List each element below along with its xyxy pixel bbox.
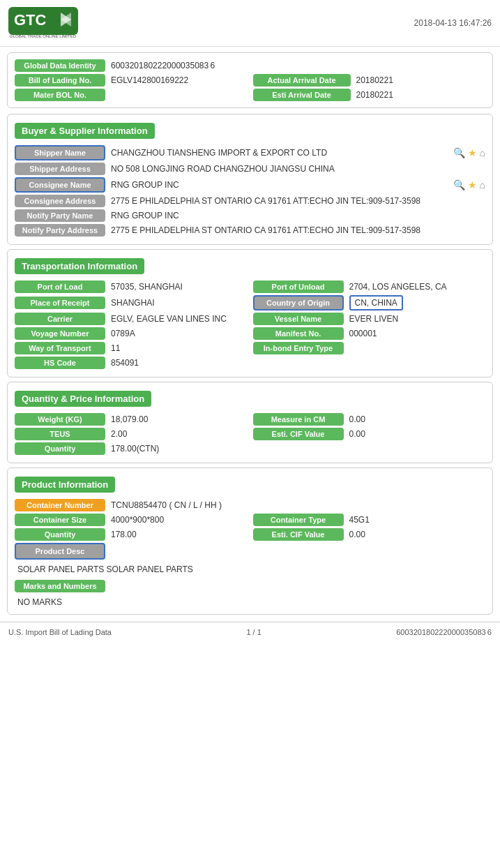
teus-label: TEUS bbox=[15, 428, 105, 440]
header: GTC GLOBAL TRADE ONLINE LIMITED 2018-04-… bbox=[0, 0, 500, 47]
product-info-title: Product Information bbox=[15, 477, 115, 493]
mater-bol-row: Mater BOL No. Esti Arrival Date 20180221 bbox=[15, 89, 485, 101]
quantity-price-section: Quantity & Price Information Weight (KG)… bbox=[7, 382, 493, 463]
vessel-name-value: EVER LIVEN bbox=[349, 314, 399, 324]
actual-arrival-label: Actual Arrival Date bbox=[253, 74, 351, 87]
hs-code-row: HS Code 854091 bbox=[15, 357, 485, 369]
container-size-value: 4000*900*800 bbox=[111, 515, 164, 525]
product-desc-row: Product Desc bbox=[15, 543, 485, 560]
consignee-star-icon[interactable]: ★ bbox=[468, 179, 477, 190]
vessel-name-label: Vessel Name bbox=[253, 313, 344, 325]
esti-cif-value: 0.00 bbox=[349, 429, 365, 439]
product-info-section: Product Information Container Number TCN… bbox=[7, 467, 493, 615]
top-info-card: Global Data Identity 6003201802220000350… bbox=[7, 52, 493, 108]
country-of-origin-value: CN, CHINA bbox=[349, 295, 403, 310]
container-size-pair: Container Size 4000*900*800 bbox=[15, 514, 248, 526]
voyage-label: Voyage Number bbox=[15, 327, 105, 340]
svg-text:GLOBAL TRADE ONLINE LIMITED: GLOBAL TRADE ONLINE LIMITED bbox=[10, 34, 77, 38]
quantity-price-header: Quantity & Price Information bbox=[15, 387, 485, 411]
bol-label: Bill of Lading No. bbox=[15, 74, 105, 87]
prod-quantity-pair: Quantity 178.00 bbox=[15, 528, 248, 541]
actual-arrival-pair: Actual Arrival Date 20180221 bbox=[253, 74, 486, 87]
quantity-price-title: Quantity & Price Information bbox=[15, 391, 151, 407]
shipper-address-label: Shipper Address bbox=[15, 163, 105, 175]
mater-bol-label: Mater BOL No. bbox=[15, 89, 105, 101]
consignee-home-icon[interactable]: ⌂ bbox=[480, 179, 485, 190]
manifest-label: Manifest No. bbox=[253, 327, 344, 340]
carrier-value: EGLV, EAGLE VAN LINES INC bbox=[111, 314, 227, 324]
footer-right: 600320180222000035083 6 bbox=[396, 628, 492, 636]
notify-party-address-value: 2775 E PHILADELPHIA ST ONTARIO CA 91761 … bbox=[111, 225, 421, 235]
esti-cif-label: Esti. CIF Value bbox=[253, 428, 344, 440]
container-type-pair: Container Type 45G1 bbox=[253, 514, 486, 526]
container-number-label: Container Number bbox=[15, 499, 105, 511]
footer: U.S. Import Bill of Lading Data 1 / 1 60… bbox=[0, 622, 500, 642]
teus-pair: TEUS 2.00 bbox=[15, 428, 248, 440]
global-data-label: Global Data Identity bbox=[15, 59, 105, 72]
inbond-pair: In-bond Entry Type bbox=[253, 342, 486, 354]
container-type-label: Container Type bbox=[253, 514, 344, 526]
shipper-home-icon[interactable]: ⌂ bbox=[480, 147, 485, 158]
shipper-name-label: Shipper Name bbox=[15, 145, 105, 160]
svg-text:GTC: GTC bbox=[14, 11, 47, 29]
prod-esti-cif-label: Esti. CIF Value bbox=[253, 528, 344, 541]
shipper-search-icon[interactable]: 🔍 bbox=[453, 147, 465, 158]
quantity-value: 178.00(CTN) bbox=[111, 444, 159, 454]
carrier-pair: Carrier EGLV, EAGLE VAN LINES INC bbox=[15, 313, 248, 325]
place-of-receipt-label: Place of Receipt bbox=[15, 297, 105, 309]
consignee-address-value: 2775 E PHILADELPHIA ST ONTARIO CA 91761 … bbox=[111, 196, 421, 206]
place-of-receipt-pair: Place of Receipt SHANGHAI bbox=[15, 297, 248, 309]
container-number-value: TCNU8854470 ( CN / L / HH ) bbox=[111, 500, 222, 510]
product-info-header: Product Information bbox=[15, 472, 485, 497]
consignee-name-label: Consignee Name bbox=[15, 177, 105, 193]
shipper-address-value: NO 508 LONGJING ROAD CHANGZHOU JIANGSU C… bbox=[111, 164, 335, 174]
place-of-receipt-value: SHANGHAI bbox=[111, 298, 155, 308]
shipper-star-icon[interactable]: ★ bbox=[468, 147, 477, 158]
inbond-entry-label: In-bond Entry Type bbox=[253, 342, 344, 354]
port-of-unload-pair: Port of Unload 2704, LOS ANGELES, CA bbox=[253, 280, 486, 293]
teus-cif-row: TEUS 2.00 Esti. CIF Value 0.00 bbox=[15, 428, 485, 440]
notify-party-name-label: Notify Party Name bbox=[15, 209, 105, 222]
weight-measure-row: Weight (KG) 18,079.00 Measure in CM 0.00 bbox=[15, 413, 485, 426]
product-desc-value: SOLAR PANEL PARTS SOLAR PANEL PARTS bbox=[15, 562, 485, 576]
shipper-address-row: Shipper Address NO 508 LONGJING ROAD CHA… bbox=[15, 163, 485, 175]
consignee-name-icons: 🔍 ★ ⌂ bbox=[453, 179, 485, 190]
notify-party-address-label: Notify Party Address bbox=[15, 224, 105, 237]
mater-bol-pair: Mater BOL No. bbox=[15, 89, 248, 101]
manifest-value: 000001 bbox=[349, 329, 377, 338]
marks-row: Marks and Numbers bbox=[15, 580, 485, 592]
carrier-vessel-row: Carrier EGLV, EAGLE VAN LINES INC Vessel… bbox=[15, 313, 485, 325]
buyer-supplier-header: Buyer & Supplier Information bbox=[15, 119, 485, 143]
container-size-type-row: Container Size 4000*900*800 Container Ty… bbox=[15, 514, 485, 526]
bol-row: Bill of Lading No. EGLV142800169222 Actu… bbox=[15, 74, 485, 87]
voyage-pair: Voyage Number 0789A bbox=[15, 327, 248, 340]
transportation-header: Transportation Information bbox=[15, 254, 485, 278]
way-of-transport-value: 11 bbox=[111, 343, 120, 353]
quantity-label: Quantity bbox=[15, 442, 105, 455]
transportation-title: Transportation Information bbox=[15, 258, 144, 274]
global-data-row: Global Data Identity 6003201802220000350… bbox=[15, 59, 485, 72]
consignee-search-icon[interactable]: 🔍 bbox=[453, 179, 465, 190]
esti-cif-pair: Esti. CIF Value 0.00 bbox=[253, 428, 486, 440]
container-size-label: Container Size bbox=[15, 514, 105, 526]
country-of-origin-label: Country of Origin bbox=[253, 295, 344, 310]
bol-pair: Bill of Lading No. EGLV142800169222 bbox=[15, 74, 248, 87]
way-of-transport-label: Way of Transport bbox=[15, 342, 105, 354]
actual-arrival-value: 20180221 bbox=[356, 75, 393, 85]
port-of-unload-label: Port of Unload bbox=[253, 280, 344, 293]
footer-center: 1 / 1 bbox=[246, 628, 261, 636]
consignee-name-value: RNG GROUP INC bbox=[111, 180, 179, 190]
esti-arrival-value: 20180221 bbox=[356, 90, 393, 100]
vessel-name-pair: Vessel Name EVER LIVEN bbox=[253, 313, 486, 325]
prod-quantity-value: 178.00 bbox=[111, 530, 137, 539]
hs-code-label: HS Code bbox=[15, 357, 105, 369]
esti-arrival-label: Esti Arrival Date bbox=[253, 89, 351, 101]
logo-icon: GTC GLOBAL TRADE ONLINE LIMITED bbox=[8, 6, 85, 40]
datetime: 2018-04-13 16:47:26 bbox=[414, 18, 492, 28]
way-inbond-row: Way of Transport 11 In-bond Entry Type bbox=[15, 342, 485, 354]
esti-arrival-pair: Esti Arrival Date 20180221 bbox=[253, 89, 486, 101]
marks-label: Marks and Numbers bbox=[15, 580, 105, 592]
prod-esti-cif-value: 0.00 bbox=[349, 530, 365, 539]
weight-pair: Weight (KG) 18,079.00 bbox=[15, 413, 248, 426]
place-country-row: Place of Receipt SHANGHAI Country of Ori… bbox=[15, 295, 485, 310]
